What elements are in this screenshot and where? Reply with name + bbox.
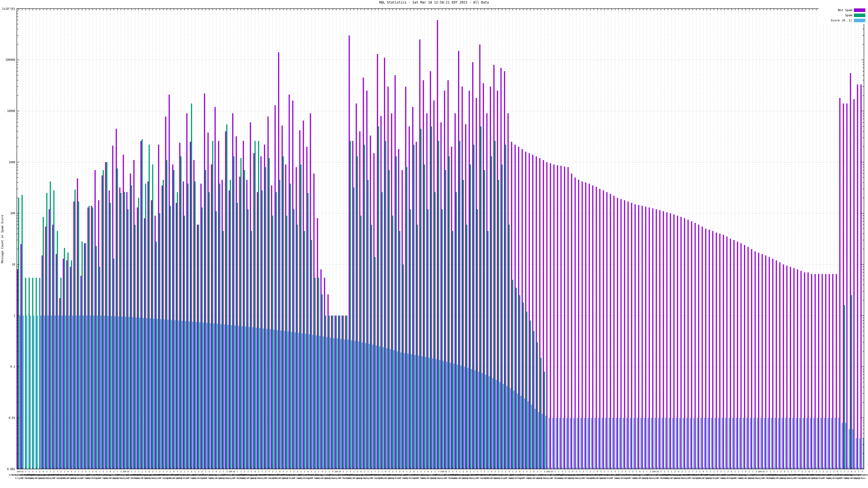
bar xyxy=(82,241,83,469)
bar xyxy=(365,343,366,469)
x-tick-label: 2 xyxy=(621,470,623,473)
x-tick-label: 6 xyxy=(307,470,309,473)
bar xyxy=(204,94,205,469)
x-tick-label: 1 xyxy=(646,470,648,473)
bar xyxy=(654,418,656,469)
bar xyxy=(321,294,322,469)
bar xyxy=(546,162,547,469)
x-tick-label: 2 xyxy=(410,470,411,473)
bar xyxy=(446,362,447,469)
bar xyxy=(537,343,538,469)
bar xyxy=(138,198,139,469)
bar xyxy=(273,330,275,469)
bar xyxy=(209,192,210,469)
x-tick-label: 2 xyxy=(717,470,718,473)
bar xyxy=(40,316,41,469)
bar xyxy=(45,227,46,469)
bar xyxy=(361,216,362,469)
bar xyxy=(726,237,727,469)
bar xyxy=(51,316,52,469)
bar xyxy=(90,316,91,469)
bar xyxy=(222,180,223,469)
bar xyxy=(589,184,590,469)
bar xyxy=(130,173,131,469)
x-tick-label: 7 xyxy=(798,470,799,473)
x-tick-label: 2 xyxy=(159,470,161,473)
bar xyxy=(220,324,221,469)
bar xyxy=(405,87,406,469)
x-tick-label: 4 xyxy=(149,470,150,473)
bar xyxy=(69,316,70,469)
bar xyxy=(357,156,358,469)
bar xyxy=(850,73,851,469)
x-tick-label: 2 xyxy=(304,470,305,473)
bar xyxy=(832,274,833,469)
bar xyxy=(337,338,338,469)
bar xyxy=(760,418,762,469)
bar xyxy=(456,192,457,469)
bar xyxy=(811,274,812,469)
bar xyxy=(33,316,34,469)
bar xyxy=(260,156,261,469)
bar xyxy=(856,438,857,469)
bar xyxy=(37,316,38,469)
x-tick-label: 1 xyxy=(382,470,383,473)
bar xyxy=(526,312,527,469)
bar xyxy=(849,429,850,469)
bar xyxy=(109,190,110,469)
bar xyxy=(248,327,250,469)
legend-row-spam: Spam xyxy=(819,13,865,18)
bar xyxy=(93,316,94,469)
bar xyxy=(705,229,706,469)
bar xyxy=(539,158,540,469)
x-tick-label: 1 xyxy=(699,470,701,473)
bar xyxy=(254,141,255,469)
x-tick-label: 6 xyxy=(413,470,415,473)
bar xyxy=(160,319,161,469)
bar xyxy=(462,87,463,469)
bar xyxy=(796,418,797,469)
bar xyxy=(644,418,645,469)
x-tick-label: 1 xyxy=(671,470,673,473)
bar xyxy=(599,189,600,469)
bar xyxy=(466,225,467,469)
bar xyxy=(730,238,731,469)
bar xyxy=(124,192,125,469)
bar xyxy=(326,337,328,469)
x-tick-label: 2 xyxy=(505,470,506,473)
bar xyxy=(389,170,390,469)
x-tick-label: 5 xyxy=(177,470,178,473)
bar xyxy=(253,153,254,469)
bar xyxy=(723,235,724,469)
bar xyxy=(688,220,689,469)
bar xyxy=(32,278,33,469)
bar xyxy=(336,316,337,469)
bar xyxy=(46,193,48,469)
bar xyxy=(846,104,847,469)
bar xyxy=(284,331,285,469)
bar xyxy=(452,231,453,469)
bar xyxy=(203,323,204,469)
x-tick-label: 2 xyxy=(682,470,683,473)
bar xyxy=(362,343,363,469)
bar xyxy=(200,184,202,469)
bar xyxy=(785,418,786,469)
x-tick-label: 4 xyxy=(321,470,323,473)
bar xyxy=(582,182,583,469)
bar xyxy=(402,170,403,469)
bar xyxy=(97,316,98,469)
bar xyxy=(613,196,614,469)
bar xyxy=(251,231,252,469)
bar xyxy=(455,113,456,469)
bar xyxy=(719,234,720,469)
bar xyxy=(533,331,534,469)
x-tick-label: 1 xyxy=(367,470,369,473)
bar xyxy=(413,144,414,469)
legend-row-score: Score (0..1) xyxy=(819,18,865,23)
bar xyxy=(165,117,166,469)
x-tick-label: 2 xyxy=(364,470,365,473)
bar xyxy=(479,44,480,469)
bar xyxy=(465,124,466,469)
y-tick-label: 100000 xyxy=(5,58,15,61)
bar xyxy=(278,52,279,469)
